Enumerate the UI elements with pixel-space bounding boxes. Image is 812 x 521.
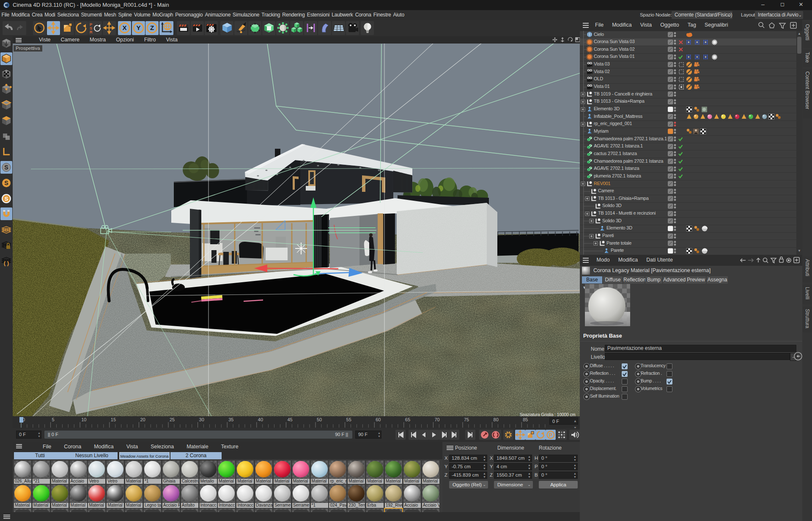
svg-text:70: 70 xyxy=(434,417,439,422)
svg-text:60: 60 xyxy=(376,417,381,422)
svg-text:R: R xyxy=(90,30,93,34)
svg-text:75: 75 xyxy=(464,417,469,422)
svg-text:( ): ( ) xyxy=(4,260,9,266)
svg-text:15: 15 xyxy=(111,417,116,422)
svg-text:55: 55 xyxy=(346,417,351,422)
svg-text:10: 10 xyxy=(81,417,86,422)
svg-text:Z: Z xyxy=(150,24,154,31)
svg-text:65: 65 xyxy=(405,417,410,422)
svg-text:Y: Y xyxy=(136,24,140,31)
svg-text:40: 40 xyxy=(258,417,263,422)
svg-text:X: X xyxy=(122,24,126,31)
svg-text:P: P xyxy=(549,432,552,438)
svg-text:35: 35 xyxy=(228,417,233,422)
svg-text:20: 20 xyxy=(140,417,145,422)
svg-text:25: 25 xyxy=(170,417,175,422)
svg-text:Spaziatura Griglia : 10000 cm: Spaziatura Griglia : 10000 cm xyxy=(520,412,576,416)
svg-text:30: 30 xyxy=(199,417,204,422)
svg-text:85: 85 xyxy=(523,417,528,422)
svg-text:80: 80 xyxy=(494,417,499,422)
svg-text:50: 50 xyxy=(317,417,322,422)
svg-text:S: S xyxy=(4,164,8,171)
svg-text:S: S xyxy=(4,180,8,186)
svg-text:S: S xyxy=(5,196,8,202)
svg-text:5: 5 xyxy=(52,417,55,422)
svg-text:45: 45 xyxy=(287,417,292,422)
